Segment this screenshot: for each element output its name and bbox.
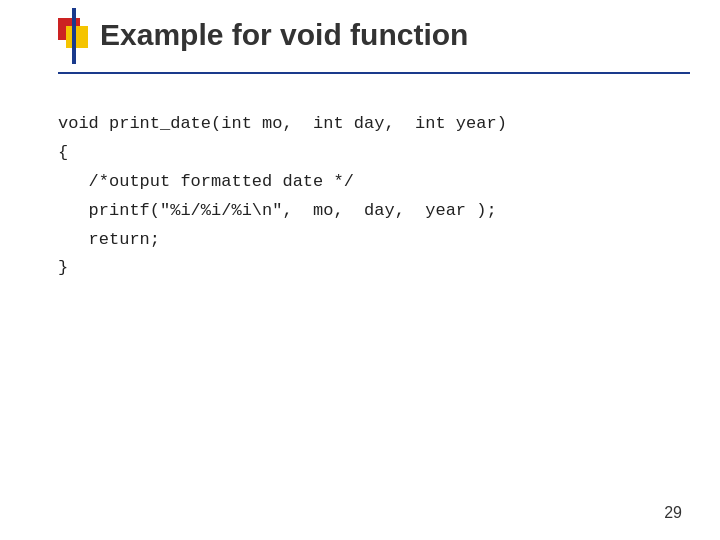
accent-yellow [66,26,88,48]
code-line-6: } [58,254,690,283]
accent-vertical-line [72,8,76,64]
code-line-5: return; [58,226,690,255]
code-line-3: /*output formatted date */ [58,168,690,197]
slide: Example for void function void print_dat… [0,0,720,540]
code-block: void print_date(int mo, int day, int yea… [58,110,690,283]
page-number: 29 [664,504,682,522]
code-line-4: printf("%i/%i/%i\n", mo, day, year ); [58,197,690,226]
title-rule [58,72,690,74]
slide-title: Example for void function [100,18,468,52]
code-line-1: void print_date(int mo, int day, int yea… [58,110,690,139]
code-line-2: { [58,139,690,168]
